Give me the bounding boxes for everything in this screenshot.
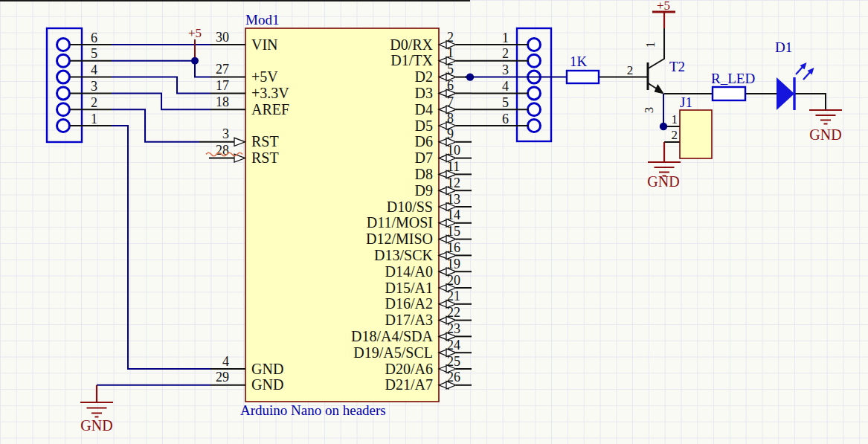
module-pin-name: D20/A6: [385, 361, 433, 377]
module-pin-name: +5V: [251, 68, 278, 85]
resistor-body[interactable]: [713, 87, 745, 100]
arduino-module[interactable]: Mod1 Arduino Nano on headers 30VIN27+5V1…: [199, 12, 472, 418]
connector-pin-circle[interactable]: [57, 71, 70, 83]
module-pin-name: D14/A0: [385, 263, 433, 280]
module-pin-name: VIN: [251, 36, 278, 53]
resistor-1k-designator[interactable]: 1K: [570, 54, 588, 69]
module-pin-number: 13: [447, 192, 460, 207]
connector-pin-circle[interactable]: [57, 39, 70, 51]
module-pin-number: 4: [222, 354, 229, 369]
wire-pin3-aref[interactable]: [112, 93, 210, 109]
module-pin-name: D21/A7: [385, 376, 433, 393]
resistor-rled-designator[interactable]: R_LED: [711, 71, 755, 86]
connector-pin-circle[interactable]: [57, 120, 70, 132]
module-pin-number: 22: [447, 305, 460, 320]
connector-pin-circle[interactable]: [528, 103, 541, 116]
plus5-label[interactable]: +5: [188, 26, 202, 40]
wire-pin4-3v3[interactable]: [112, 77, 210, 94]
module-pin-name: GND: [251, 361, 283, 377]
module-pin-name: D16/A2: [385, 295, 433, 312]
module-pin-number: 20: [447, 273, 460, 288]
connector-pin-number: 6: [502, 112, 509, 126]
module-pin-number: 23: [447, 321, 460, 336]
connector-pin-circle[interactable]: [57, 103, 70, 116]
resistor-body[interactable]: [567, 71, 599, 83]
module-designator[interactable]: Mod1: [245, 12, 279, 28]
module-pin-number: 24: [447, 338, 460, 353]
module-pin-number: 27: [216, 62, 229, 77]
module-pin-number: 11: [447, 159, 460, 174]
module-pin-name: D7: [415, 149, 433, 166]
right-connector-leads[interactable]: [472, 45, 528, 126]
module-pin-number: 29: [216, 370, 229, 385]
module-pin-number: 15: [447, 224, 460, 239]
connector-pin-number: 2: [91, 95, 97, 110]
module-pin-name: D0/RX: [390, 36, 433, 53]
led-triangle[interactable]: [777, 77, 794, 110]
window-edge-line: [0, 0, 470, 1]
power-port-plus5-right[interactable]: +5: [652, 0, 675, 28]
module-pin-number: 2: [447, 30, 454, 45]
transistor-pin2-number: 2: [627, 63, 634, 77]
plus5-label[interactable]: +5: [657, 0, 670, 13]
jack-pin2-number: 2: [672, 128, 678, 142]
connector-pin-number: 3: [502, 62, 509, 77]
module-pin-number: 19: [447, 257, 460, 271]
gnd-port-under-led[interactable]: GND: [809, 110, 842, 143]
module-pin-number: 7: [447, 94, 454, 109]
module-pin-number: 3: [222, 126, 229, 141]
module-pin-name: D19/A5/SCL: [353, 344, 433, 361]
connector-pin-circle[interactable]: [528, 39, 541, 51]
connector-pin-number: 4: [91, 62, 97, 77]
transistor-designator[interactable]: T2: [669, 59, 685, 74]
connector-pin-number: 1: [91, 112, 97, 126]
module-pin-number: 16: [447, 240, 460, 255]
wire-led-to-gnd[interactable]: [794, 94, 826, 110]
schematic-canvas: Mod1 Arduino Nano on headers 30VIN27+5V1…: [0, 0, 868, 444]
module-pin-number: 5: [447, 62, 454, 77]
connector-pin-circle[interactable]: [528, 120, 541, 132]
connector-pin-circle[interactable]: [528, 87, 541, 100]
module-pin-name: D18/A4/SDA: [351, 328, 434, 344]
led-designator[interactable]: D1: [775, 39, 792, 55]
module-pin-number: 12: [447, 176, 460, 190]
led-d1[interactable]: D1: [775, 39, 814, 110]
module-pin-number: 6: [447, 78, 454, 93]
module-pin-name: D10/SS: [387, 199, 433, 215]
gnd-label[interactable]: GND: [80, 417, 112, 434]
module-pin-name: D3: [415, 85, 433, 101]
module-pin-name: D9: [415, 182, 433, 199]
transistor-pin3-number: 3: [642, 107, 656, 114]
resistor-rled[interactable]: R_LED: [711, 71, 755, 100]
jack-designator[interactable]: J1: [680, 94, 692, 110]
gnd-port-bottom-left[interactable]: GND: [80, 385, 113, 434]
gnd-label[interactable]: GND: [809, 126, 841, 143]
connector-pin-circle[interactable]: [528, 54, 541, 67]
gnd-bars: [809, 110, 842, 124]
junction-dot: [191, 57, 199, 65]
module-description[interactable]: Arduino Nano on headers: [240, 402, 386, 418]
transistor-t2[interactable]: T2 1 2 3: [627, 28, 685, 113]
module-pin-number: 10: [447, 143, 460, 158]
module-pin-number: 26: [447, 370, 460, 385]
module-pin-name: D8: [415, 166, 433, 182]
module-pin-name: D2: [415, 68, 433, 85]
module-pin-name: D15/A1: [385, 280, 433, 296]
connector-pin-number: 1: [502, 30, 509, 45]
module-pin-name: D5: [415, 118, 433, 134]
connector-pin-circle[interactable]: [57, 87, 70, 100]
connector-pin-number: 6: [91, 30, 97, 45]
pin-input-arrow: [234, 138, 245, 146]
module-pin-name: D13/SCK: [374, 247, 433, 263]
connector-pin-circle[interactable]: [57, 54, 70, 67]
gnd-port-under-jack[interactable]: GND: [647, 142, 681, 190]
wire-pin1-gnd[interactable]: [112, 126, 210, 369]
resistor-1k[interactable]: 1K: [567, 54, 599, 83]
module-pin-name: D6: [415, 133, 433, 149]
module-pin-number: 14: [447, 207, 460, 222]
schematic-sheet: Mod1 Arduino Nano on headers 30VIN27+5V1…: [0, 0, 868, 444]
gnd-label[interactable]: GND: [647, 173, 679, 190]
junction-dot-j1: [660, 123, 667, 130]
jack-body[interactable]: [680, 110, 712, 158]
module-pin-name: D17/A3: [385, 312, 433, 328]
